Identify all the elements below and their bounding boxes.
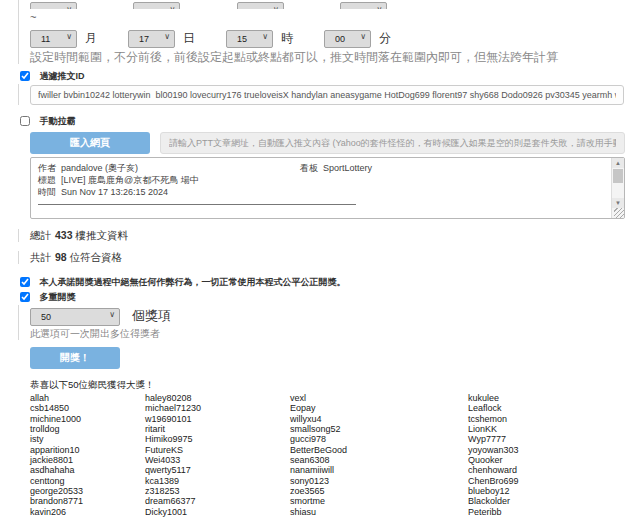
winner-name: qwerty5117	[145, 465, 290, 475]
end-month-select[interactable]: 11	[30, 30, 77, 48]
time-row-start	[30, 0, 640, 9]
winner-name: haley80208	[145, 393, 290, 403]
winner-name: Leaflock	[468, 403, 608, 413]
post-content-textarea[interactable]: 作者pandalove (奧子亥) 看板SportLottery 標題[LIVE…	[30, 157, 625, 219]
qualified-suffix: 位符合資格	[70, 251, 123, 263]
post-board-value: SportLottery	[323, 163, 372, 173]
winner-name: Blackolder	[468, 496, 608, 506]
winner-name: Dicky1001	[145, 507, 290, 517]
manual-copy-checkbox[interactable]	[20, 116, 30, 126]
range-tilde: ~	[30, 11, 640, 23]
end-month-select-wrap: 11	[30, 27, 77, 48]
winner-name: smallsong52	[290, 424, 468, 434]
winner-name: kukulee	[468, 393, 608, 403]
start-day-select[interactable]	[133, 2, 180, 9]
end-hour-select-wrap: 15	[226, 27, 273, 48]
winner-name: csb14850	[30, 403, 145, 413]
winner-name: chenhoward	[468, 465, 608, 475]
start-month-select[interactable]	[30, 2, 77, 9]
time-range-block: ~ 11月17日15時00分 設定時間範圍，不分前後，前後設定起點或終點都可以，…	[18, 0, 640, 64]
winner-name: LionKK	[468, 424, 608, 434]
winner-name: brandon8771	[30, 496, 145, 506]
winner-name: gucci978	[290, 434, 468, 444]
winner-name: allah	[30, 393, 145, 403]
total-label: 總計	[30, 229, 51, 241]
winner-name: kca1389	[145, 476, 290, 486]
pledge-checkbox-row: 本人承諾開獎過程中絕無任何作弊行為，一切正常使用本程式公平公正開獎。	[20, 275, 640, 287]
end-minute-select[interactable]: 00	[324, 30, 371, 48]
winner-name: trolldog	[30, 424, 145, 434]
winner-name: BetterBeGood	[290, 445, 468, 455]
winner-name: zoe3565	[290, 486, 468, 496]
end-minute-select-wrap: 00	[324, 27, 371, 48]
winner-name: ChenBro699	[468, 476, 608, 486]
total-comments-block: 總計433 樓推文資料	[18, 229, 640, 242]
winner-name: yoyowan303	[468, 445, 608, 455]
prize-count-select[interactable]: 50	[30, 308, 120, 326]
filter-id-checkbox[interactable]	[20, 71, 30, 81]
start-hour-select[interactable]	[237, 2, 284, 9]
prize-count-row: 50個獎項	[30, 305, 640, 325]
winner-name: Himiko9975	[145, 434, 290, 444]
winner-name: sean6308	[290, 455, 468, 465]
winners-column-1: allahcsb14850michine1000trolldogistyappa…	[30, 393, 145, 518]
qualified-value: 98	[55, 251, 67, 263]
qualified-line: 共計98 位符合資格	[30, 251, 640, 264]
time-range-hint: 設定時間範圍，不分前後，前後設定起點或終點都可以，推文時間落在範圍內即可，但無法…	[30, 50, 640, 64]
winner-name: george20533	[30, 486, 145, 496]
multi-draw-label: 多重開獎	[39, 292, 75, 302]
winner-name: shiasu	[290, 507, 468, 517]
manual-copy-label: 手動拉霸	[39, 116, 75, 126]
prize-count-block: 50個獎項 此選項可一次開出多位得獎者	[18, 305, 640, 340]
winner-name: Peteribb	[468, 507, 608, 517]
prize-count-select-wrap: 50	[30, 305, 120, 326]
month-unit-label: 月	[85, 31, 97, 45]
textarea-resize-grip[interactable]	[614, 208, 624, 218]
scrollbar-thumb[interactable]	[613, 169, 623, 183]
end-day-select-wrap: 17	[128, 27, 175, 48]
total-value: 433	[55, 229, 73, 241]
qualified-block: 共計98 位符合資格	[18, 251, 640, 264]
winner-name: isty	[30, 434, 145, 444]
ptt-url-input[interactable]	[160, 132, 625, 154]
winner-name: willyxu4	[290, 414, 468, 424]
import-row: 匯入網頁	[30, 132, 640, 154]
import-page-button[interactable]: 匯入網頁	[30, 132, 150, 154]
end-hour-select[interactable]: 15	[226, 30, 273, 48]
post-divider	[38, 204, 356, 205]
winner-name: centtong	[30, 476, 145, 486]
prize-count-note: 此選項可一次開出多位得獎者	[30, 328, 640, 340]
post-board-group: 看板SportLottery	[300, 162, 372, 174]
manual-copy-checkbox-row: 手動拉霸	[20, 114, 640, 126]
minute-unit-label: 分	[379, 31, 391, 45]
start-hour-select-wrap	[237, 0, 284, 9]
winner-name: tcshemon	[468, 414, 608, 424]
multi-draw-checkbox-row: 多重開獎	[20, 290, 640, 302]
post-author-value: pandalove (奧子亥)	[61, 163, 138, 173]
winner-name: jackie8801	[30, 455, 145, 465]
hour-unit-label: 時	[281, 31, 293, 45]
winner-name: Wei4033	[145, 455, 290, 465]
results-heading: 恭喜以下50位鄉民獲得大獎！	[30, 379, 640, 391]
post-time-line: 時間Sun Nov 17 13:26:15 2024	[38, 186, 606, 198]
winner-name: w19690101	[145, 414, 290, 424]
scrollbar-down-icon[interactable]: ▼	[612, 198, 624, 208]
winner-name: nanamiiwill	[290, 465, 468, 475]
start-day-select-wrap	[133, 0, 180, 9]
winner-name: apparition10	[30, 445, 145, 455]
start-minute-select-wrap	[340, 0, 387, 9]
draw-button[interactable]: 開獎！	[30, 347, 120, 369]
start-minute-select[interactable]	[340, 2, 387, 9]
winner-name: z318253	[145, 486, 290, 496]
end-day-select[interactable]: 17	[128, 30, 175, 48]
post-author-line: 作者pandalove (奧子亥) 看板SportLottery	[38, 162, 606, 174]
scrollbar-up-icon[interactable]: ▲	[612, 158, 624, 168]
winner-name: kavin206	[30, 507, 145, 517]
winner-name: dream66377	[145, 496, 290, 506]
multi-draw-checkbox[interactable]	[20, 292, 30, 302]
filter-id-input[interactable]	[30, 85, 624, 105]
pledge-checkbox[interactable]	[20, 277, 30, 287]
winner-name: ritarit	[145, 424, 290, 434]
winner-name: blueboy12	[468, 486, 608, 496]
winner-name: Wyp7777	[468, 434, 608, 444]
